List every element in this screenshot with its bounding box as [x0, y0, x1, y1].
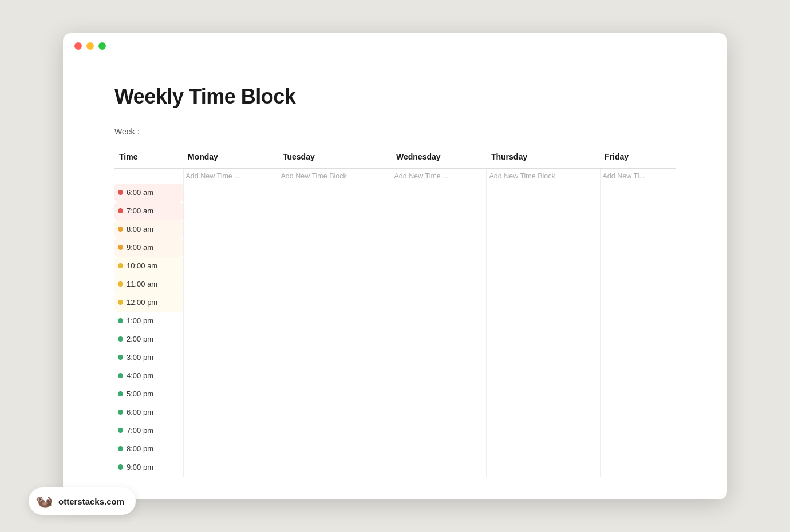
wednesday-time-cell: [392, 312, 487, 330]
time-label: 10:00 am: [127, 261, 157, 270]
time-dot-icon: [118, 391, 123, 396]
monday-add-row: Add New Time ...: [183, 168, 278, 184]
friday-time-cell: [600, 184, 676, 202]
monday-time-cell: [183, 385, 278, 403]
table-row: 2:00 pm: [114, 330, 676, 348]
friday-time-cell: [600, 257, 676, 275]
wednesday-time-cell: [392, 257, 487, 275]
otter-icon: 🦦: [35, 493, 53, 509]
time-cell: 6:00 pm: [114, 403, 183, 422]
table-row: 3:00 pm: [114, 348, 676, 367]
thursday-time-cell: [487, 330, 600, 348]
table-row: 7:00 am: [114, 202, 676, 220]
monday-time-cell: [183, 348, 278, 367]
close-button[interactable]: [74, 42, 82, 50]
time-cell: 2:00 pm: [114, 330, 183, 348]
add-block-spacer: [114, 168, 183, 184]
time-label: 9:00 pm: [127, 463, 153, 471]
wednesday-time-cell: [392, 458, 487, 477]
thursday-time-cell: [487, 312, 600, 330]
thursday-time-cell: [487, 257, 600, 275]
watermark: 🦦 otterstacks.com: [29, 487, 136, 515]
thursday-time-cell: [487, 458, 600, 477]
thursday-time-cell: [487, 202, 600, 220]
friday-time-cell: [600, 367, 676, 385]
thursday-add-button[interactable]: Add New Time Block: [487, 169, 599, 184]
wednesday-time-cell: [392, 220, 487, 239]
time-label: 5:00 pm: [127, 390, 153, 398]
wednesday-time-cell: [392, 293, 487, 312]
wednesday-time-cell: [392, 440, 487, 458]
time-label: 6:00 am: [127, 188, 153, 197]
col-monday: Monday: [183, 148, 278, 169]
table-row: 1:00 pm: [114, 312, 676, 330]
tuesday-time-cell: [278, 312, 392, 330]
time-label: 11:00 am: [127, 280, 157, 288]
wednesday-time-cell: [392, 275, 487, 293]
time-dot-icon: [118, 336, 123, 342]
friday-time-cell: [600, 239, 676, 257]
wednesday-time-cell: [392, 367, 487, 385]
time-label: 9:00 am: [127, 243, 153, 252]
friday-time-cell: [600, 385, 676, 403]
time-label: 1:00 pm: [127, 316, 153, 325]
thursday-time-cell: [487, 348, 600, 367]
friday-time-cell: [600, 220, 676, 239]
wednesday-time-cell: [392, 330, 487, 348]
monday-time-cell: [183, 257, 278, 275]
friday-add-button[interactable]: Add New Ti...: [601, 169, 676, 184]
time-dot-icon: [118, 446, 123, 451]
tuesday-time-cell: [278, 348, 392, 367]
week-label: Week :: [114, 127, 676, 136]
friday-time-cell: [600, 403, 676, 422]
friday-time-cell: [600, 202, 676, 220]
tuesday-time-cell: [278, 202, 392, 220]
tuesday-time-cell: [278, 367, 392, 385]
wednesday-time-cell: [392, 348, 487, 367]
time-label: 3:00 pm: [127, 353, 153, 362]
friday-time-cell: [600, 458, 676, 477]
wednesday-time-cell: [392, 422, 487, 440]
tuesday-add-row: Add New Time Block: [278, 168, 392, 184]
wednesday-add-button[interactable]: Add New Time ...: [392, 169, 487, 184]
time-dot-icon: [118, 245, 123, 250]
tuesday-add-button[interactable]: Add New Time Block: [278, 169, 391, 184]
table-row: 8:00 am: [114, 220, 676, 239]
col-thursday: Thursday: [487, 148, 600, 169]
tuesday-time-cell: [278, 330, 392, 348]
schedule-table: Time Monday Tuesday Wednesday Thursday F…: [114, 148, 676, 477]
col-tuesday: Tuesday: [278, 148, 392, 169]
table-row: 5:00 pm: [114, 385, 676, 403]
table-row: 10:00 am: [114, 257, 676, 275]
thursday-time-cell: [487, 385, 600, 403]
thursday-time-cell: [487, 275, 600, 293]
monday-time-cell: [183, 367, 278, 385]
monday-time-cell: [183, 422, 278, 440]
time-cell: 1:00 pm: [114, 312, 183, 330]
friday-time-cell: [600, 293, 676, 312]
table-row: 8:00 pm: [114, 440, 676, 458]
page-title: Weekly Time Block: [114, 85, 676, 109]
monday-time-cell: [183, 458, 278, 477]
watermark-domain: otterstacks.com: [58, 497, 124, 506]
col-wednesday: Wednesday: [392, 148, 487, 169]
time-cell: 8:00 am: [114, 220, 183, 239]
time-dot-icon: [118, 318, 123, 323]
table-row: 6:00 pm: [114, 403, 676, 422]
time-dot-icon: [118, 208, 123, 213]
table-row: 9:00 am: [114, 239, 676, 257]
friday-time-cell: [600, 330, 676, 348]
monday-time-cell: [183, 239, 278, 257]
time-cell: 7:00 am: [114, 202, 183, 220]
time-dot-icon: [118, 373, 123, 378]
table-row: 9:00 pm: [114, 458, 676, 477]
wednesday-time-cell: [392, 385, 487, 403]
time-dot-icon: [118, 464, 123, 470]
time-cell: 12:00 pm: [114, 293, 183, 312]
tuesday-time-cell: [278, 239, 392, 257]
maximize-button[interactable]: [98, 42, 106, 50]
minimize-button[interactable]: [86, 42, 94, 50]
friday-time-cell: [600, 440, 676, 458]
monday-add-button[interactable]: Add New Time ...: [184, 169, 278, 184]
time-cell: 8:00 pm: [114, 440, 183, 458]
